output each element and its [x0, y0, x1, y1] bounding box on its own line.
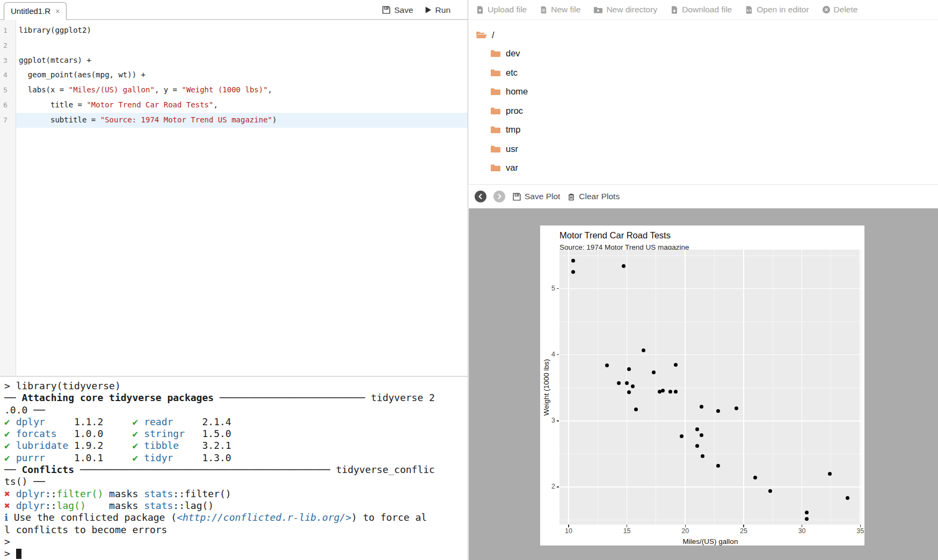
- toolbar-label: Open in editor: [757, 5, 809, 14]
- gridline-major: [743, 250, 744, 525]
- gridline-major: [568, 250, 569, 525]
- code-line[interactable]: 5 labs(x = "Miles/(US) gallon", y = "Wei…: [0, 83, 468, 98]
- tree-row-etc[interactable]: etc: [490, 63, 938, 83]
- console-token: Use the conflicted package (: [8, 512, 177, 523]
- code-line[interactable]: 4 geom_point(aes(mpg, wt)) +: [0, 68, 468, 83]
- console-token: ✔: [4, 416, 10, 427]
- console-token: [10, 488, 16, 499]
- console-token: forcats: [16, 428, 57, 439]
- data-point: [695, 427, 699, 431]
- x-tick-label: 25: [736, 527, 752, 535]
- console-token: [138, 416, 144, 427]
- tree-row-root[interactable]: /: [476, 26, 938, 44]
- x-tick-mark: [860, 525, 861, 527]
- data-point: [634, 408, 638, 411]
- code-line[interactable]: 3ggplot(mtcars) +: [0, 53, 468, 68]
- data-point: [627, 390, 631, 394]
- console-token: ℹ: [4, 512, 8, 523]
- run-button[interactable]: Run: [424, 5, 450, 15]
- gridline-major: [627, 250, 628, 525]
- y-tick-label: 5: [540, 285, 555, 292]
- x-tick-label: 30: [794, 527, 810, 535]
- tree-label: tmp: [506, 125, 521, 135]
- previous-plot-button[interactable]: [475, 191, 486, 202]
- gridline-minor: [559, 454, 861, 454]
- console-token: [138, 452, 144, 463]
- console-line: .0.0 ──: [4, 404, 468, 416]
- x-tick-mark: [802, 525, 803, 527]
- code-line[interactable]: 6 title = "Motor Trend Car Road Tests",: [0, 98, 468, 113]
- data-point: [700, 433, 703, 437]
- clear-plots-label: Clear Plots: [579, 192, 620, 201]
- save-plot-label: Save Plot: [525, 192, 560, 201]
- tab-close-icon[interactable]: ×: [55, 7, 60, 16]
- data-point: [658, 390, 661, 394]
- code-text: labs(x = "Miles/(US) gallon", y = "Weigh…: [16, 83, 468, 98]
- data-point: [695, 444, 699, 448]
- code-text: library(ggplot2): [16, 23, 468, 38]
- console-token: ✔: [4, 452, 10, 463]
- x-tick-label: 15: [619, 527, 635, 535]
- code-text: ggplot(mtcars) +: [16, 53, 468, 68]
- string-literal: "Miles/(US) gallon": [69, 85, 155, 94]
- console-token: dplyr: [16, 488, 45, 499]
- data-point: [652, 370, 656, 374]
- new-directory-button[interactable]: New directory: [593, 5, 657, 14]
- data-point: [768, 489, 772, 493]
- x-tick-label: 10: [561, 527, 577, 535]
- clear-plots-button[interactable]: Clear Plots: [567, 192, 620, 201]
- save-plot-button[interactable]: Save Plot: [512, 192, 560, 201]
- code-text: subtitle = "Source: 1974 Motor Trend US …: [16, 113, 468, 128]
- folder-icon: [490, 88, 501, 96]
- new-file-button[interactable]: New file: [540, 5, 580, 14]
- save-plot-icon: [512, 192, 521, 201]
- x-tick-mark: [743, 525, 744, 527]
- console-output: > library(tidyverse)── Attaching core ti…: [4, 380, 468, 559]
- plots-toolbar: Save Plot Clear Plots: [469, 185, 938, 208]
- code-line[interactable]: 1library(ggplot2): [0, 23, 468, 38]
- tree-row-dev[interactable]: dev: [490, 44, 938, 63]
- delete-button[interactable]: Delete: [822, 5, 858, 14]
- console-token: 2.1.4: [173, 416, 231, 427]
- tree-row-usr[interactable]: usr: [490, 140, 938, 159]
- code-token: ,: [268, 85, 272, 94]
- code-token: subtitle =: [19, 115, 100, 124]
- console-line: ✔ lubridate 1.9.2 ✔ tibble 3.2.1: [4, 440, 468, 452]
- gridline-major: [559, 354, 861, 355]
- code-line[interactable]: 2: [0, 38, 468, 53]
- upload-file-button[interactable]: Upload file: [476, 5, 527, 14]
- console-token: ───────────────────────── tidyverse 2: [214, 392, 435, 403]
- save-button[interactable]: Save: [382, 5, 413, 15]
- toolbar-label: Delete: [834, 5, 858, 14]
- console-line: ✖ dplyr::lag() masks stats::lag(): [4, 500, 468, 512]
- console-line: ── Attaching core tidyverse packages ───…: [4, 392, 468, 404]
- data-point: [716, 409, 720, 413]
- y-tick-mark: [557, 420, 559, 421]
- console-token: dplyr: [16, 500, 45, 511]
- tab-untitled1[interactable]: Untitled1.R ×: [4, 2, 67, 20]
- folder-open-icon: [476, 31, 487, 39]
- data-point: [571, 270, 575, 274]
- code-line[interactable]: 7 subtitle = "Source: 1974 Motor Trend U…: [0, 113, 468, 128]
- console-cursor: [16, 549, 21, 559]
- console-line: ── Conflicts ───────────────────────────…: [4, 464, 468, 476]
- tree-row-proc[interactable]: proc: [490, 101, 938, 121]
- console-token: masks: [103, 488, 144, 499]
- code-editor[interactable]: 1library(ggplot2)23ggplot(mtcars) +4 geo…: [0, 20, 468, 376]
- tree-row-home[interactable]: home: [490, 82, 938, 101]
- editor-tabbar: Untitled1.R × Save Run: [0, 0, 468, 20]
- x-tick-label: 20: [677, 527, 693, 535]
- console-token: 1.9.2: [68, 440, 132, 451]
- next-plot-button[interactable]: [493, 191, 505, 202]
- console-line: ts() ──: [4, 476, 468, 488]
- data-point: [617, 381, 621, 385]
- line-number: 1: [0, 23, 16, 38]
- r-console[interactable]: > library(tidyverse)── Attaching core ti…: [0, 376, 468, 560]
- tree-row-tmp[interactable]: tmp: [490, 120, 938, 140]
- download-file-button[interactable]: Download file: [670, 5, 732, 14]
- console-token: 1.0.0: [57, 428, 133, 439]
- console-token: ✔: [132, 428, 138, 439]
- tree-row-var[interactable]: var: [490, 158, 938, 178]
- open-in-editor-button[interactable]: Open in editor: [745, 5, 809, 14]
- code-token: ,: [213, 100, 217, 109]
